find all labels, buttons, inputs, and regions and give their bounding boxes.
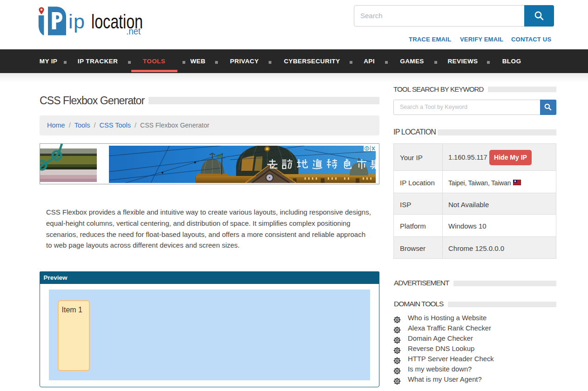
svg-text:.net: .net: [126, 26, 141, 36]
svg-text:ip: ip: [68, 10, 85, 33]
